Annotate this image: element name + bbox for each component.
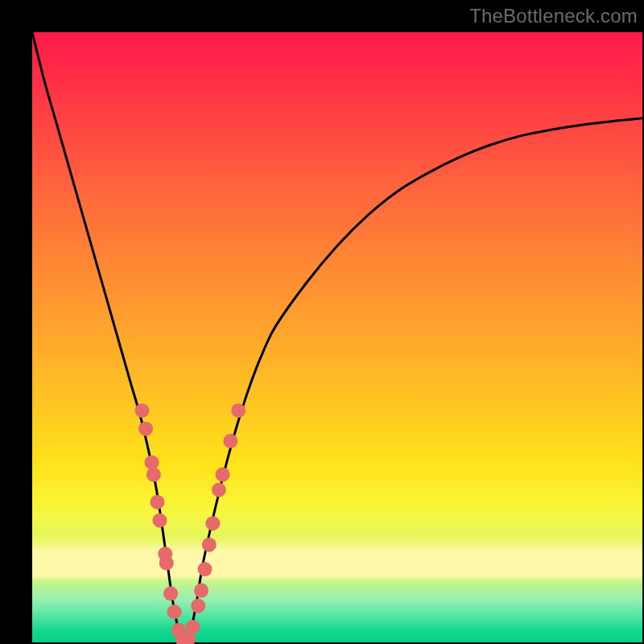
chart-frame: TheBottleneck.com <box>0 0 644 644</box>
curve-dot <box>205 516 220 530</box>
curve-dot <box>191 599 205 613</box>
plot-area <box>32 32 642 642</box>
curve-dot <box>147 468 161 482</box>
bottleneck-curve <box>32 32 642 642</box>
curve-dot <box>202 538 217 552</box>
curve-dot <box>134 403 149 418</box>
curve-dot <box>150 495 164 510</box>
curve-dot <box>159 555 174 570</box>
curve-dot <box>185 620 200 634</box>
curve-dot <box>194 584 208 598</box>
curve-dot <box>138 422 153 436</box>
curve-dot <box>212 483 226 497</box>
curve-dot <box>163 586 178 601</box>
curve-dots <box>134 403 246 644</box>
curve-dot <box>231 403 246 418</box>
curve-dot <box>198 562 213 576</box>
curve-dot <box>167 605 182 619</box>
watermark-text: TheBottleneck.com <box>469 5 638 27</box>
curve-dot <box>223 434 237 448</box>
curve-dot <box>216 468 230 482</box>
chart-svg <box>32 32 642 642</box>
curve-path <box>32 32 642 642</box>
curve-dot <box>145 455 159 469</box>
curve-dot <box>152 513 167 527</box>
